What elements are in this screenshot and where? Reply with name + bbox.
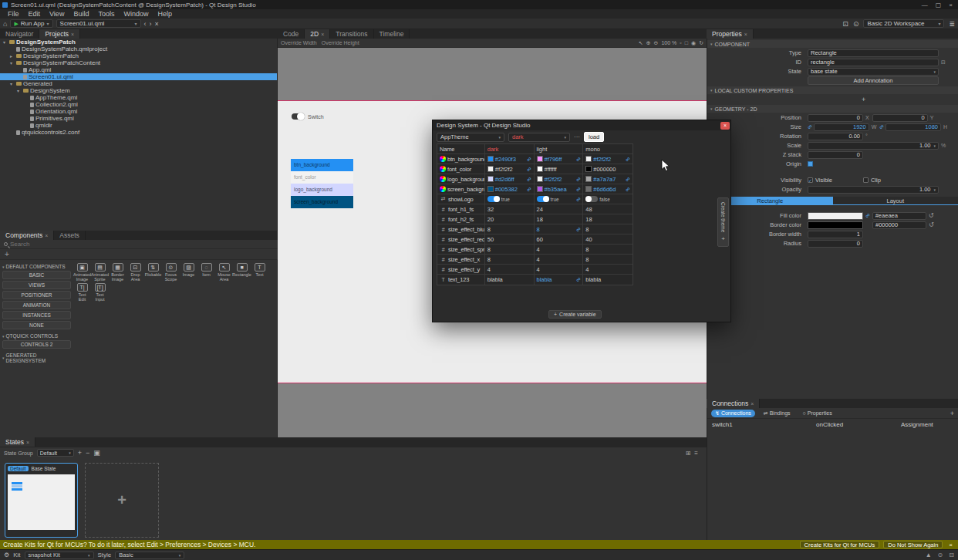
preview-icon[interactable]: ⊙ [853,19,859,29]
visible-checkbox[interactable]: ✓ [808,177,813,183]
token-size-effect-x-dark[interactable]: 8 [485,255,535,264]
component-item[interactable]: ◌Item [199,263,214,282]
token-size-effect-y-mono[interactable]: 4 [583,265,632,274]
tree-item-designsystempatch[interactable]: ▸DesignSystemPatch [0,52,277,59]
components-search-input[interactable] [10,241,164,248]
token-size-effect-rect-dark[interactable]: 50 [485,234,535,244]
component-rectangle[interactable]: ■Rectangle [234,263,249,282]
add-state-button[interactable]: + [85,463,159,538]
toggle-switch[interactable] [585,196,598,202]
reset-icon[interactable]: ↺ [929,212,934,219]
token-size-effect-spread-mono[interactable]: 8 [583,245,632,254]
bindings-view-button[interactable]: ⇌Bindings [760,410,794,417]
maximize-button[interactable]: ▢ [936,2,942,8]
token-logo-background-light[interactable]: #f2f2f2∞ [535,174,584,184]
component-border-image[interactable]: ▦Border Image [110,263,125,282]
component-mouse-area[interactable]: ↖Mouse Area [217,263,231,282]
connection-row[interactable]: switch1 onClicked Assignment [707,419,958,430]
link-icon[interactable]: ∞ [879,123,885,130]
open-document-select[interactable]: Screen01.ui.qml ▾ [56,19,141,28]
tab-properties[interactable]: Properties× [707,29,754,39]
add-property-icon[interactable]: + [862,96,865,103]
origin-selector[interactable] [808,161,813,167]
close-icon[interactable]: × [744,32,747,37]
component-category-header-default-components[interactable]: ▾DEFAULT COMPONENTS [2,264,71,269]
token-row-showlogo[interactable]: ⇄showLogotruetrue∞false [437,194,632,204]
properties-view-button[interactable]: ○Properties [799,410,836,417]
token-size-effect-blur-light[interactable]: 8∞ [535,224,584,234]
token-logo-background-dark[interactable]: #d2d6ff∞ [485,174,535,184]
component-animated-image[interactable]: ▣Animated Image [75,263,89,282]
expand-arrow-icon[interactable]: ▾ [10,81,15,86]
token-font-h2-fs-dark[interactable]: 20 [485,214,535,224]
fit-selection-icon[interactable]: ▫ [680,40,681,46]
token-size-effect-blur-dark[interactable]: 8 [485,224,535,234]
menu-window[interactable]: Window [119,10,153,18]
state-select[interactable]: base state▾ [808,68,939,76]
token-size-effect-y-dark[interactable]: 4 [485,265,535,274]
token-font-h2-fs-light[interactable]: 18 [535,214,584,224]
home-icon[interactable]: ⌂ [3,19,7,29]
token-row-size-effect-y[interactable]: #size_effect_y444 [437,265,632,275]
notification-close-icon[interactable]: × [946,541,955,548]
token-row-logo-background[interactable]: logo_background#d2d6ff∞#f2f2f2∞#a7a7a7∞ [437,174,632,184]
tree-item-primitives-qml[interactable]: Primitives.qml [0,115,277,122]
list-view-icon[interactable]: ≡ [694,450,698,457]
workspace-select[interactable]: Basic 2D Workspace ▾ [863,19,944,28]
zstack-field[interactable]: 0 [808,151,863,159]
token-size-effect-spread-dark[interactable]: 8 [485,245,535,254]
token-row-text-123[interactable]: Ttext_123blablablabla∞blabla [437,275,632,285]
token-row-size-effect-spread[interactable]: #size_effect_spread848 [437,245,632,255]
tree-item-orientation-qml[interactable]: Orientation.qml [0,108,277,115]
tab-2d[interactable]: 2D× [305,29,330,39]
component-category-basic[interactable]: BASIC [2,271,71,279]
border-color-swatch[interactable] [808,221,863,229]
create-theme-button[interactable]: Create theme + [717,197,729,247]
style-select[interactable]: Basic▾ [115,552,184,559]
token-size-effect-rect-light[interactable]: 60 [535,234,584,244]
component-text-input[interactable]: [T]Text Input [93,283,107,302]
zoom-out-icon[interactable]: ⊖ [654,40,659,46]
token-screen-background-mono[interactable]: #6d6d6d∞ [583,184,632,194]
token-size-effect-x-mono[interactable]: 8 [583,255,632,264]
link-icon[interactable]: ∞ [864,212,871,219]
link-icon[interactable]: ∞ [625,176,632,183]
tab-projects[interactable]: Projects× [39,29,80,39]
warning-icon[interactable]: ▲ [926,552,932,558]
connections-view-button[interactable]: ↯Connections [711,410,755,417]
add-module-icon[interactable]: + [5,250,9,258]
component-category-instances[interactable]: INSTANCES [2,311,71,319]
token-font-h2-fs-mono[interactable]: 18 [583,214,632,224]
tab-connections[interactable]: Connections× [707,399,760,408]
close-icon[interactable]: × [321,32,324,37]
zoom-level[interactable]: 100 % [661,40,676,46]
token-size-effect-rect-mono[interactable]: 40 [583,234,632,244]
add-annotation-button[interactable]: Add Annotation [808,76,939,85]
state-card-base[interactable]: Default Base State [5,463,78,538]
sidebar-menu-icon[interactable]: ≣ [949,19,955,29]
token-font-color-mono[interactable]: #000000 [583,164,632,174]
id-field[interactable]: rectangle [808,59,939,66]
token-btn-background-mono[interactable]: #f2f2f2∞ [583,154,632,164]
size-w-field[interactable]: 1920 [814,123,869,131]
tab-states[interactable]: States× [0,437,35,447]
tree-item-qmldir[interactable]: qmldir [0,122,277,129]
tree-item-designsystem[interactable]: ▾DesignSystem [0,87,277,94]
tab-code[interactable]: Code [278,29,305,39]
token-font-h1-fs-light[interactable]: 24 [535,204,584,214]
component-focus-scope[interactable]: ⊙Focus Scope [164,263,178,282]
component-category-positioner[interactable]: POSITIONER [2,291,71,299]
link-icon[interactable]: ∞ [575,176,582,183]
link-icon[interactable]: ∞ [625,156,632,163]
tab-layout[interactable]: Layout [833,197,958,205]
token-showlogo-dark[interactable]: true [485,194,535,204]
token-size-effect-blur-mono[interactable]: 8 [583,224,632,234]
section-component[interactable]: ▾COMPONENT [707,40,958,48]
token-row-size-effect-blur[interactable]: #size_effect_blur88∞8 [437,224,632,234]
token-text-123-dark[interactable]: blabla [485,275,535,285]
token-row-screen-background[interactable]: screen_background#005382∞#b35aea∞#6d6d6d… [437,184,632,194]
component-category-header-generated-designsystem[interactable]: ▾GENERATED DESIGNSYSTEM [2,353,71,363]
id-action-icon[interactable]: ⊟ [941,59,946,66]
token-logo-background-mono[interactable]: #a7a7a7∞ [583,174,632,184]
override-height-label[interactable]: Override Height [322,40,359,46]
